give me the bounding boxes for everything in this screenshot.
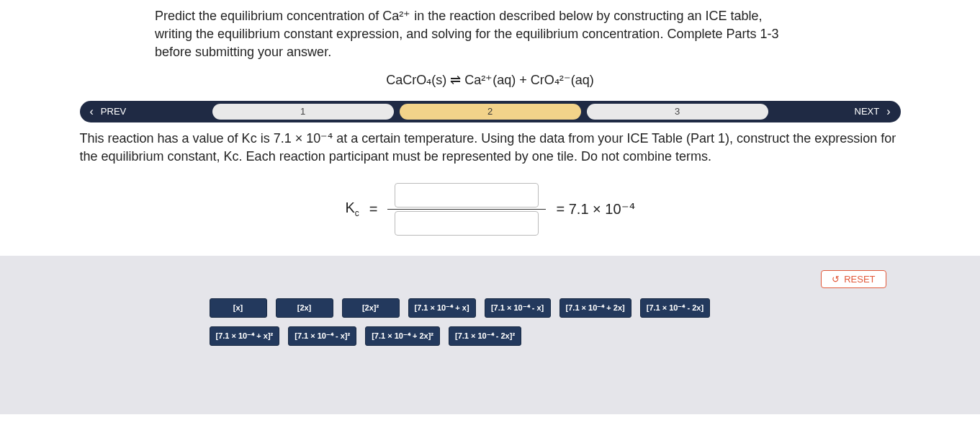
kc-symbol: Kc bbox=[345, 200, 359, 218]
tile-option[interactable]: [7.1 × 10⁻⁴ + x]² bbox=[210, 326, 280, 346]
next-button[interactable]: NEXT › bbox=[771, 101, 901, 122]
tile-option[interactable]: [2x] bbox=[276, 298, 333, 318]
step-nav: ‹ PREV 1 2 3 NEXT › bbox=[80, 101, 901, 122]
tile-option[interactable]: [7.1 × 10⁻⁴ - x]² bbox=[288, 326, 356, 346]
step-1[interactable]: 1 bbox=[212, 104, 394, 120]
prev-button[interactable]: ‹ PREV bbox=[80, 101, 210, 122]
numerator-slot[interactable] bbox=[395, 183, 539, 207]
tile-option[interactable]: [7.1 × 10⁻⁴ + x] bbox=[408, 298, 476, 318]
tile-option[interactable]: [7.1 × 10⁻⁴ + 2x]² bbox=[365, 326, 440, 346]
instruction-text: This reaction has a value of Kc is 7.1 ×… bbox=[80, 130, 901, 166]
tile-option[interactable]: [7.1 × 10⁻⁴ + 2x] bbox=[559, 298, 631, 318]
reset-icon: ↺ bbox=[832, 274, 840, 285]
kc-value: = 7.1 × 10⁻⁴ bbox=[556, 200, 634, 218]
reset-button[interactable]: ↺ RESET bbox=[821, 270, 886, 288]
tile-option[interactable]: [7.1 × 10⁻⁴ - 2x] bbox=[640, 298, 710, 318]
tiles-row: [x] [2x] [2x]² [7.1 × 10⁻⁴ + x] [7.1 × 1… bbox=[80, 298, 901, 346]
kc-expression: Kc = = 7.1 × 10⁻⁴ bbox=[0, 183, 980, 236]
reaction-equation: CaCrO₄(s) ⇌ Ca²⁺(aq) + CrO₄²⁻(aq) bbox=[0, 72, 980, 88]
denominator-slot[interactable] bbox=[395, 211, 539, 236]
kc-fraction bbox=[387, 183, 546, 236]
chevron-right-icon: › bbox=[886, 105, 890, 118]
reset-label: RESET bbox=[844, 274, 875, 285]
equals-sign: = bbox=[369, 201, 378, 218]
fraction-line bbox=[387, 209, 546, 210]
tiles-panel: ↺ RESET [x] [2x] [2x]² [7.1 × 10⁻⁴ + x] … bbox=[0, 256, 980, 414]
prev-label: PREV bbox=[101, 106, 126, 117]
tile-option[interactable]: [7.1 × 10⁻⁴ - x] bbox=[485, 298, 551, 318]
next-label: NEXT bbox=[855, 106, 880, 117]
tile-option[interactable]: [x] bbox=[210, 298, 267, 318]
tile-option[interactable]: [7.1 × 10⁻⁴ - 2x]² bbox=[449, 326, 521, 346]
step-3[interactable]: 3 bbox=[587, 104, 768, 120]
chevron-left-icon: ‹ bbox=[90, 105, 94, 118]
step-2[interactable]: 2 bbox=[400, 104, 581, 120]
tile-option[interactable]: [2x]² bbox=[342, 298, 400, 318]
question-text: Predict the equilibrium concentration of… bbox=[155, 7, 803, 62]
